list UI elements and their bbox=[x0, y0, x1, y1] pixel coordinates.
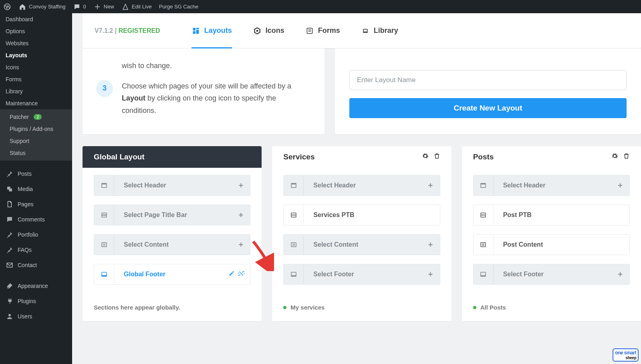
tab-layouts[interactable]: Layouts bbox=[191, 13, 232, 48]
tab-library[interactable]: Library bbox=[361, 13, 398, 48]
step-3: 3 Choose which pages of your site will b… bbox=[96, 80, 311, 117]
home-icon bbox=[18, 3, 26, 11]
comments-link[interactable]: 0 bbox=[73, 3, 86, 11]
version-label: V7.1.2 | REGISTERED bbox=[95, 27, 160, 34]
add-icon[interactable]: + bbox=[421, 181, 440, 190]
add-icon[interactable]: + bbox=[421, 270, 440, 279]
add-icon[interactable]: + bbox=[232, 211, 250, 220]
form-icon bbox=[305, 26, 314, 35]
layout-card-services: ServicesSelect Header+Services PTBSelect… bbox=[272, 146, 451, 321]
sidebar-subitem-status[interactable]: Status bbox=[0, 147, 72, 159]
layout-card-posts: PostsSelect Header+Post PTBPost ContentS… bbox=[462, 146, 641, 321]
unlink-icon[interactable] bbox=[238, 270, 244, 278]
card-title: Posts bbox=[473, 153, 494, 161]
slot-header[interactable]: Select Header+ bbox=[473, 175, 630, 196]
slot-footer[interactable]: Global Footer bbox=[94, 264, 250, 285]
site-name: Convoy Staffing bbox=[29, 4, 66, 10]
trash-icon[interactable] bbox=[623, 153, 630, 161]
content-icon bbox=[94, 235, 114, 255]
builder-tabbar: V7.1.2 | REGISTERED LayoutsIconsFormsLib… bbox=[83, 13, 641, 48]
sidebar-subitem-support[interactable]: Support bbox=[0, 135, 72, 147]
sidebar-item-pages[interactable]: Pages bbox=[0, 197, 72, 212]
sidebar-item-portfolio[interactable]: Portfolio bbox=[0, 227, 72, 242]
slot-label: Select Page Title Bar bbox=[114, 211, 232, 219]
slot-label: Select Header bbox=[304, 182, 421, 189]
badge: 2 bbox=[34, 114, 42, 120]
create-layout-button[interactable]: Create New Layout bbox=[349, 98, 627, 118]
step-text: Choose which pages of your site will be … bbox=[122, 80, 311, 117]
sidebar-item-library[interactable]: Library bbox=[0, 85, 72, 97]
titlebar-icon bbox=[474, 205, 494, 225]
wp-logo[interactable] bbox=[3, 3, 11, 11]
slot-footer[interactable]: Select Footer+ bbox=[283, 264, 440, 285]
trash-icon[interactable] bbox=[433, 153, 440, 161]
gear-icon[interactable] bbox=[611, 153, 618, 161]
slot-titlebar[interactable]: Select Page Title Bar+ bbox=[94, 205, 250, 225]
sidebar-item-comments[interactable]: Comments bbox=[0, 212, 72, 227]
add-icon[interactable]: + bbox=[421, 240, 440, 249]
slot-header[interactable]: Select Header+ bbox=[283, 175, 440, 196]
slot-label: Services PTB bbox=[304, 211, 439, 219]
sidebar-item-websites[interactable]: Websites bbox=[0, 37, 72, 49]
sidebar-item-appearance[interactable]: Appearance bbox=[0, 278, 72, 294]
sidebar-item-users[interactable]: Users bbox=[0, 309, 72, 324]
sidebar-item-contact[interactable]: Contact bbox=[0, 257, 72, 273]
layout-card-global-layout: Global LayoutSelect Header+Select Page T… bbox=[83, 146, 262, 321]
pencil-icon[interactable] bbox=[228, 270, 235, 278]
sidebar-subitem-patcher[interactable]: Patcher2 bbox=[0, 111, 72, 123]
user-icon bbox=[6, 312, 14, 320]
tab-forms[interactable]: Forms bbox=[305, 13, 340, 48]
plug-icon bbox=[6, 297, 14, 305]
slot-titlebar[interactable]: Services PTB bbox=[283, 205, 440, 225]
sidebar-item-posts[interactable]: Posts bbox=[0, 166, 72, 181]
slot-content[interactable]: Select Content+ bbox=[94, 234, 250, 255]
plus-icon bbox=[93, 3, 101, 11]
sidebar-subitem-plugins-add-ons[interactable]: Plugins / Add-ons bbox=[0, 123, 72, 135]
content-icon bbox=[474, 235, 494, 255]
sidebar-item-maintenance[interactable]: Maintenance bbox=[0, 97, 72, 109]
sidebar-item-dashboard[interactable]: Dashboard bbox=[0, 13, 72, 25]
layout-name-input[interactable] bbox=[349, 70, 627, 90]
slot-label: Select Header bbox=[494, 182, 611, 189]
submenu-group: Patcher2Plugins / Add-onsSupportStatus bbox=[0, 109, 72, 161]
sidebar-item-options[interactable]: Options bbox=[0, 25, 72, 37]
sidebar-item-media[interactable]: Media bbox=[0, 181, 72, 197]
mail-icon bbox=[6, 261, 14, 269]
card-footer: Sections here appear globally. bbox=[83, 298, 262, 321]
status-dot-icon bbox=[283, 306, 286, 309]
add-icon[interactable]: + bbox=[611, 270, 629, 279]
add-icon[interactable]: + bbox=[232, 181, 250, 190]
sidebar-item-icons[interactable]: Icons bbox=[0, 61, 72, 73]
slot-content[interactable]: Post Content bbox=[473, 234, 630, 255]
admin-sidebar: DashboardOptionsWebsitesLayoutsIconsForm… bbox=[0, 13, 72, 364]
wordpress-icon bbox=[3, 3, 11, 11]
slot-content[interactable]: Select Content+ bbox=[283, 234, 440, 255]
add-icon[interactable]: + bbox=[232, 240, 250, 249]
wp-admin-bar: Convoy Staffing 0 New Edit Live Purge SG… bbox=[0, 0, 641, 13]
sidebar-item-faqs[interactable]: FAQs bbox=[0, 242, 72, 257]
media-icon bbox=[6, 185, 14, 193]
slot-footer[interactable]: Select Footer+ bbox=[473, 264, 630, 285]
slot-titlebar[interactable]: Post PTB bbox=[473, 205, 630, 225]
sidebar-item-forms[interactable]: Forms bbox=[0, 73, 72, 85]
tab-icons[interactable]: Icons bbox=[253, 13, 284, 48]
brush-icon bbox=[6, 282, 14, 290]
pages-icon bbox=[6, 200, 14, 208]
site-name-link[interactable]: Convoy Staffing bbox=[18, 3, 66, 11]
library-icon bbox=[361, 26, 370, 35]
dashboard-icon bbox=[191, 26, 200, 35]
gear-icon[interactable] bbox=[422, 153, 429, 161]
purge-cache-link[interactable]: Purge SG Cache bbox=[159, 4, 198, 10]
slot-label: Select Content bbox=[114, 241, 232, 248]
main-content: V7.1.2 | REGISTERED LayoutsIconsFormsLib… bbox=[72, 13, 641, 364]
new-content-link[interactable]: New bbox=[93, 3, 114, 11]
slot-label: Post Content bbox=[494, 241, 629, 248]
footer-icon bbox=[284, 264, 304, 284]
sidebar-item-plugins[interactable]: Plugins bbox=[0, 294, 72, 309]
edit-live-link[interactable]: Edit Live bbox=[121, 3, 152, 11]
slot-label: Select Header bbox=[114, 182, 232, 189]
sidebar-item-layouts[interactable]: Layouts bbox=[0, 49, 72, 61]
add-icon[interactable]: + bbox=[611, 181, 629, 190]
slot-header[interactable]: Select Header+ bbox=[94, 175, 250, 196]
card-header: Posts bbox=[462, 146, 641, 168]
